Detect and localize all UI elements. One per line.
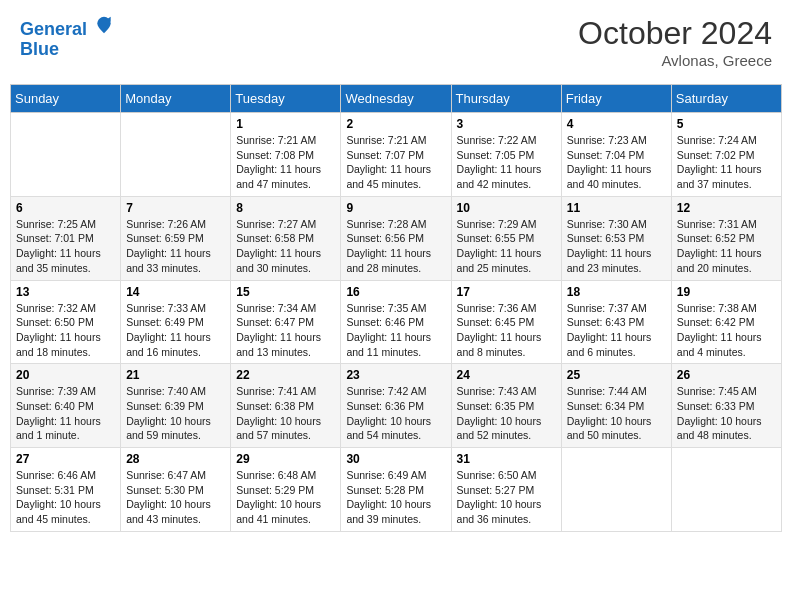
day-number: 1 xyxy=(236,117,335,131)
day-number: 18 xyxy=(567,285,666,299)
day-info: Sunrise: 7:40 AM Sunset: 6:39 PM Dayligh… xyxy=(126,384,225,443)
day-info: Sunrise: 7:45 AM Sunset: 6:33 PM Dayligh… xyxy=(677,384,776,443)
week-row-3: 13Sunrise: 7:32 AM Sunset: 6:50 PM Dayli… xyxy=(11,280,782,364)
calendar-table: SundayMondayTuesdayWednesdayThursdayFrid… xyxy=(10,84,782,532)
day-cell: 6Sunrise: 7:25 AM Sunset: 7:01 PM Daylig… xyxy=(11,196,121,280)
day-number: 27 xyxy=(16,452,115,466)
day-info: Sunrise: 7:39 AM Sunset: 6:40 PM Dayligh… xyxy=(16,384,115,443)
day-cell: 9Sunrise: 7:28 AM Sunset: 6:56 PM Daylig… xyxy=(341,196,451,280)
day-info: Sunrise: 7:32 AM Sunset: 6:50 PM Dayligh… xyxy=(16,301,115,360)
day-info: Sunrise: 7:31 AM Sunset: 6:52 PM Dayligh… xyxy=(677,217,776,276)
day-number: 26 xyxy=(677,368,776,382)
day-cell: 20Sunrise: 7:39 AM Sunset: 6:40 PM Dayli… xyxy=(11,364,121,448)
day-number: 7 xyxy=(126,201,225,215)
day-number: 10 xyxy=(457,201,556,215)
day-cell: 23Sunrise: 7:42 AM Sunset: 6:36 PM Dayli… xyxy=(341,364,451,448)
location: Avlonas, Greece xyxy=(578,52,772,69)
day-number: 3 xyxy=(457,117,556,131)
day-cell: 21Sunrise: 7:40 AM Sunset: 6:39 PM Dayli… xyxy=(121,364,231,448)
day-number: 23 xyxy=(346,368,445,382)
day-number: 29 xyxy=(236,452,335,466)
page-header: General Blue October 2024 Avlonas, Greec… xyxy=(10,10,782,74)
day-number: 5 xyxy=(677,117,776,131)
day-number: 2 xyxy=(346,117,445,131)
day-cell: 1Sunrise: 7:21 AM Sunset: 7:08 PM Daylig… xyxy=(231,113,341,197)
day-info: Sunrise: 7:21 AM Sunset: 7:08 PM Dayligh… xyxy=(236,133,335,192)
day-info: Sunrise: 7:27 AM Sunset: 6:58 PM Dayligh… xyxy=(236,217,335,276)
day-cell: 22Sunrise: 7:41 AM Sunset: 6:38 PM Dayli… xyxy=(231,364,341,448)
day-number: 4 xyxy=(567,117,666,131)
day-number: 9 xyxy=(346,201,445,215)
logo-icon xyxy=(94,15,114,35)
day-cell: 17Sunrise: 7:36 AM Sunset: 6:45 PM Dayli… xyxy=(451,280,561,364)
day-cell: 24Sunrise: 7:43 AM Sunset: 6:35 PM Dayli… xyxy=(451,364,561,448)
logo-text: General xyxy=(20,15,114,40)
day-number: 15 xyxy=(236,285,335,299)
day-cell xyxy=(121,113,231,197)
weekday-monday: Monday xyxy=(121,85,231,113)
day-cell: 4Sunrise: 7:23 AM Sunset: 7:04 PM Daylig… xyxy=(561,113,671,197)
weekday-wednesday: Wednesday xyxy=(341,85,451,113)
day-cell: 2Sunrise: 7:21 AM Sunset: 7:07 PM Daylig… xyxy=(341,113,451,197)
day-info: Sunrise: 6:48 AM Sunset: 5:29 PM Dayligh… xyxy=(236,468,335,527)
day-cell xyxy=(11,113,121,197)
day-info: Sunrise: 7:28 AM Sunset: 6:56 PM Dayligh… xyxy=(346,217,445,276)
day-number: 11 xyxy=(567,201,666,215)
day-info: Sunrise: 7:21 AM Sunset: 7:07 PM Dayligh… xyxy=(346,133,445,192)
month-title: October 2024 xyxy=(578,15,772,52)
day-number: 19 xyxy=(677,285,776,299)
week-row-1: 1Sunrise: 7:21 AM Sunset: 7:08 PM Daylig… xyxy=(11,113,782,197)
weekday-saturday: Saturday xyxy=(671,85,781,113)
day-cell: 29Sunrise: 6:48 AM Sunset: 5:29 PM Dayli… xyxy=(231,448,341,532)
day-info: Sunrise: 7:43 AM Sunset: 6:35 PM Dayligh… xyxy=(457,384,556,443)
day-info: Sunrise: 7:34 AM Sunset: 6:47 PM Dayligh… xyxy=(236,301,335,360)
day-number: 13 xyxy=(16,285,115,299)
day-cell: 25Sunrise: 7:44 AM Sunset: 6:34 PM Dayli… xyxy=(561,364,671,448)
day-number: 20 xyxy=(16,368,115,382)
day-info: Sunrise: 7:38 AM Sunset: 6:42 PM Dayligh… xyxy=(677,301,776,360)
title-area: October 2024 Avlonas, Greece xyxy=(578,15,772,69)
day-cell: 31Sunrise: 6:50 AM Sunset: 5:27 PM Dayli… xyxy=(451,448,561,532)
day-cell: 30Sunrise: 6:49 AM Sunset: 5:28 PM Dayli… xyxy=(341,448,451,532)
day-number: 28 xyxy=(126,452,225,466)
weekday-header-row: SundayMondayTuesdayWednesdayThursdayFrid… xyxy=(11,85,782,113)
day-number: 21 xyxy=(126,368,225,382)
day-cell: 10Sunrise: 7:29 AM Sunset: 6:55 PM Dayli… xyxy=(451,196,561,280)
day-number: 12 xyxy=(677,201,776,215)
day-info: Sunrise: 7:37 AM Sunset: 6:43 PM Dayligh… xyxy=(567,301,666,360)
day-cell: 27Sunrise: 6:46 AM Sunset: 5:31 PM Dayli… xyxy=(11,448,121,532)
day-info: Sunrise: 7:36 AM Sunset: 6:45 PM Dayligh… xyxy=(457,301,556,360)
day-number: 16 xyxy=(346,285,445,299)
day-cell: 28Sunrise: 6:47 AM Sunset: 5:30 PM Dayli… xyxy=(121,448,231,532)
day-cell: 19Sunrise: 7:38 AM Sunset: 6:42 PM Dayli… xyxy=(671,280,781,364)
day-number: 25 xyxy=(567,368,666,382)
day-info: Sunrise: 7:33 AM Sunset: 6:49 PM Dayligh… xyxy=(126,301,225,360)
day-number: 31 xyxy=(457,452,556,466)
day-info: Sunrise: 7:30 AM Sunset: 6:53 PM Dayligh… xyxy=(567,217,666,276)
day-info: Sunrise: 7:23 AM Sunset: 7:04 PM Dayligh… xyxy=(567,133,666,192)
day-info: Sunrise: 7:24 AM Sunset: 7:02 PM Dayligh… xyxy=(677,133,776,192)
logo-blue: Blue xyxy=(20,40,114,60)
weekday-friday: Friday xyxy=(561,85,671,113)
day-cell: 14Sunrise: 7:33 AM Sunset: 6:49 PM Dayli… xyxy=(121,280,231,364)
logo: General Blue xyxy=(20,15,114,60)
week-row-2: 6Sunrise: 7:25 AM Sunset: 7:01 PM Daylig… xyxy=(11,196,782,280)
day-info: Sunrise: 7:26 AM Sunset: 6:59 PM Dayligh… xyxy=(126,217,225,276)
week-row-4: 20Sunrise: 7:39 AM Sunset: 6:40 PM Dayli… xyxy=(11,364,782,448)
day-cell: 11Sunrise: 7:30 AM Sunset: 6:53 PM Dayli… xyxy=(561,196,671,280)
day-number: 22 xyxy=(236,368,335,382)
weekday-sunday: Sunday xyxy=(11,85,121,113)
day-info: Sunrise: 7:44 AM Sunset: 6:34 PM Dayligh… xyxy=(567,384,666,443)
day-cell xyxy=(561,448,671,532)
logo-general: General xyxy=(20,19,87,39)
day-info: Sunrise: 7:42 AM Sunset: 6:36 PM Dayligh… xyxy=(346,384,445,443)
day-info: Sunrise: 7:22 AM Sunset: 7:05 PM Dayligh… xyxy=(457,133,556,192)
day-info: Sunrise: 7:29 AM Sunset: 6:55 PM Dayligh… xyxy=(457,217,556,276)
weekday-thursday: Thursday xyxy=(451,85,561,113)
day-info: Sunrise: 7:25 AM Sunset: 7:01 PM Dayligh… xyxy=(16,217,115,276)
day-number: 14 xyxy=(126,285,225,299)
day-cell: 18Sunrise: 7:37 AM Sunset: 6:43 PM Dayli… xyxy=(561,280,671,364)
day-number: 17 xyxy=(457,285,556,299)
day-cell xyxy=(671,448,781,532)
day-cell: 16Sunrise: 7:35 AM Sunset: 6:46 PM Dayli… xyxy=(341,280,451,364)
